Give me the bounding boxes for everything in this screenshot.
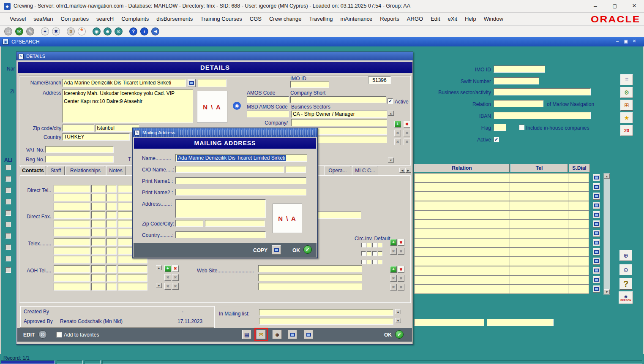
tel-cell[interactable]: [510, 229, 568, 238]
scroll-down-icon[interactable]: [604, 289, 610, 294]
circ-inv-checkbox[interactable]: [361, 260, 366, 264]
circ-inv-checkbox[interactable]: [372, 260, 377, 264]
alarm-20-icon[interactable]: 20: [620, 125, 633, 136]
menu-item[interactable]: Crew change: [265, 13, 306, 25]
aoh-tel-area-input[interactable]: [106, 283, 117, 291]
circ-inv-checkbox[interactable]: [372, 243, 377, 247]
insert-record-icon[interactable]: +: [41, 27, 49, 35]
report-icon[interactable]: ≡: [620, 74, 633, 85]
open-relation-button[interactable]: [593, 202, 600, 209]
add-sector-button[interactable]: [394, 121, 401, 128]
row-select-checkbox[interactable]: [5, 233, 11, 239]
mdi-minimize-button[interactable]: –: [614, 38, 621, 45]
name-copy-button[interactable]: [188, 79, 196, 87]
help-icon[interactable]: ?: [129, 27, 137, 35]
menu-item[interactable]: seaMan: [30, 13, 57, 25]
gear-icon[interactable]: ⚙: [620, 87, 633, 98]
menu-item[interactable]: searcH: [93, 13, 117, 25]
in-mailing-input-1[interactable]: [259, 309, 393, 316]
edit-button[interactable]: EDIT: [23, 332, 35, 338]
add-contact-button[interactable]: [164, 265, 171, 272]
circ-inv-checkbox[interactable]: [372, 251, 377, 256]
telex-code-input[interactable]: [91, 247, 105, 255]
clear-form-icon[interactable]: ✎: [26, 27, 34, 35]
sdial-cell[interactable]: [568, 247, 589, 257]
relation-column-header[interactable]: Relation: [414, 164, 510, 172]
tab-contacts[interactable]: Contacts: [20, 166, 46, 175]
direct-tel-input[interactable]: [54, 194, 90, 201]
menu-item[interactable]: Reports: [376, 13, 403, 25]
calendar-icon[interactable]: ⊞: [620, 100, 633, 111]
sdial-cell[interactable]: [568, 229, 589, 238]
relation-cell[interactable]: [414, 238, 510, 247]
relation-cell[interactable]: [414, 275, 510, 285]
include-inhouse-checkbox[interactable]: [519, 125, 524, 130]
swift-number-input[interactable]: [494, 77, 539, 84]
mailing-scroll-down-icon[interactable]: [395, 318, 401, 323]
telex-area-input[interactable]: [106, 238, 117, 246]
sectors-scroll-up-icon[interactable]: [388, 111, 394, 116]
sdial-column-header[interactable]: S.Dial: [569, 164, 590, 172]
copy-button[interactable]: [272, 245, 281, 255]
screen-copy-button-1[interactable]: [288, 330, 297, 339]
search-extra-input-1[interactable]: [414, 319, 484, 326]
direct-fax-input[interactable]: [54, 211, 90, 219]
aoh-tel-area-input[interactable]: [106, 265, 117, 273]
sectors-scroll-down-icon[interactable]: [388, 158, 394, 163]
tab-mlc[interactable]: MLC C...: [352, 166, 378, 175]
tel-cell[interactable]: [510, 285, 568, 294]
web-site-input[interactable]: [258, 283, 362, 290]
row-select-checkbox[interactable]: [5, 187, 11, 193]
vat-input[interactable]: [45, 146, 114, 153]
back-icon[interactable]: ◀: [151, 27, 159, 35]
direct-fax-code-input[interactable]: [91, 229, 105, 236]
row-select-checkbox[interactable]: [5, 222, 11, 227]
globe-icon[interactable]: ◉: [233, 102, 241, 110]
direct-fax-code-input[interactable]: [91, 211, 105, 219]
row-select-checkbox[interactable]: [5, 256, 11, 261]
mdi-close-button[interactable]: ✕: [630, 38, 638, 45]
relation-table-row[interactable]: [414, 238, 600, 247]
mailing-scroll-up-icon[interactable]: [395, 309, 401, 314]
aoh-tel-input[interactable]: [54, 274, 90, 282]
company-input-1[interactable]: [291, 119, 387, 126]
close-button[interactable]: ✕: [625, 0, 644, 13]
circ-inv-checkbox[interactable]: [378, 251, 382, 256]
menu-item[interactable]: Help: [461, 13, 480, 25]
aoh-tel-area-input[interactable]: [106, 274, 117, 282]
company-short-input[interactable]: [290, 96, 386, 103]
aoh-tel-ext-input[interactable]: [118, 265, 147, 273]
active-search-checkbox[interactable]: [494, 137, 499, 142]
direct-tel-input[interactable]: [54, 203, 90, 210]
menu-item[interactable]: disBursements: [153, 13, 196, 25]
delete-record-icon[interactable]: ✖: [52, 27, 60, 35]
open-relation-button[interactable]: [593, 174, 600, 181]
tab-staff[interactable]: Staff: [47, 166, 65, 175]
in-mailing-input-2[interactable]: [259, 318, 393, 325]
delete-circ-button[interactable]: [398, 239, 404, 246]
direct-fax-code-input[interactable]: [91, 220, 105, 228]
telex-area-input[interactable]: [106, 247, 117, 255]
direct-tel-code-input[interactable]: [91, 185, 105, 193]
relation-table-row[interactable]: [414, 266, 600, 275]
menu-item[interactable]: Complaints: [117, 13, 153, 25]
relation-table-row[interactable]: [414, 229, 600, 238]
tab-operations[interactable]: Opera...: [324, 166, 351, 175]
aoh-tel-code-input[interactable]: [91, 274, 105, 282]
relation-cell[interactable]: [414, 266, 510, 275]
open-relation-button[interactable]: [593, 285, 600, 293]
session-icon[interactable]: ☻: [104, 27, 112, 35]
relation-cell[interactable]: [414, 182, 510, 192]
relation-cell[interactable]: [414, 285, 510, 294]
sdial-cell[interactable]: [568, 266, 589, 275]
row-select-checkbox[interactable]: [5, 176, 11, 182]
amos-code-input[interactable]: [247, 96, 289, 103]
relation-cell[interactable]: [414, 201, 510, 210]
details-active-checkbox[interactable]: [387, 98, 393, 104]
direct-tel-code-input[interactable]: [91, 203, 105, 210]
details-imo-id-input[interactable]: [290, 81, 329, 88]
star-icon[interactable]: ★: [620, 112, 633, 123]
relation-cell[interactable]: [414, 192, 510, 201]
direct-fax-area-input[interactable]: [106, 229, 117, 236]
direct-fax-input[interactable]: [54, 220, 90, 228]
